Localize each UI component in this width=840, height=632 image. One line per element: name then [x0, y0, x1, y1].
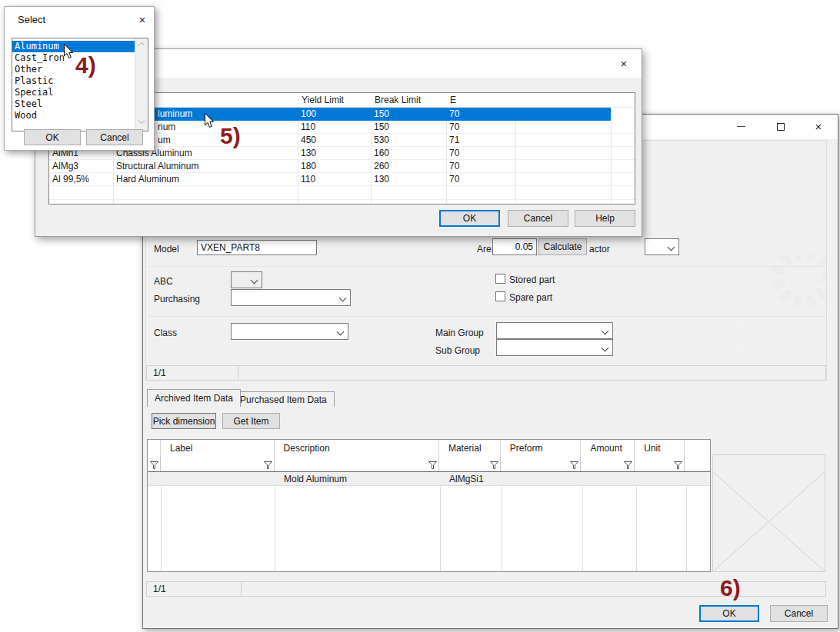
- cell-description: Mold Aluminum: [275, 472, 440, 486]
- cell-e: 70: [446, 173, 515, 186]
- material-row[interactable]: AlMg3 Structural Aluminum 180 260 70: [49, 160, 635, 173]
- minimize-button[interactable]: [728, 115, 754, 138]
- item-table-header: Label Description Material Preform Amoun…: [148, 440, 710, 457]
- filter-cell[interactable]: [161, 457, 275, 471]
- list-item-other[interactable]: Other: [12, 64, 135, 75]
- column-header: [515, 93, 611, 108]
- cell-extra: [515, 147, 611, 160]
- pick-dimension-button[interactable]: Pick dimension: [152, 413, 216, 429]
- close-button[interactable]: ×: [611, 52, 637, 75]
- calculate-button[interactable]: Calculate: [538, 238, 587, 255]
- ok-button[interactable]: OK: [24, 129, 81, 145]
- column-header[interactable]: [148, 440, 161, 457]
- material-row[interactable]: Al 99,5% Hard Aluminum 110 130 70: [49, 173, 635, 186]
- factor-label: actor: [589, 244, 610, 254]
- scroll-up-icon[interactable]: [138, 42, 145, 48]
- maximize-icon: [777, 123, 785, 131]
- cell-amount: [582, 472, 636, 486]
- filter-cell[interactable]: [501, 457, 582, 471]
- cell-yield: 450: [298, 134, 371, 147]
- filter-funnel-icon: [624, 461, 632, 469]
- column-header-material[interactable]: Material: [439, 440, 501, 457]
- chevron-down-icon: [602, 328, 609, 335]
- cell-yield: 180: [298, 160, 371, 173]
- cell-e: 70: [446, 108, 515, 121]
- cell-extra: [515, 108, 611, 121]
- factor-combobox[interactable]: [645, 238, 679, 255]
- cancel-button[interactable]: Cancel: [508, 210, 568, 227]
- filter-funnel-icon: [428, 461, 437, 469]
- stored-part-checkbox[interactable]: [495, 274, 505, 284]
- cancel-button[interactable]: Cancel: [86, 129, 143, 145]
- cancel-button[interactable]: Cancel: [770, 605, 828, 622]
- cell-e: 70: [446, 147, 515, 160]
- column-header-yield-limit[interactable]: Yield Limit: [298, 93, 371, 108]
- cell-extra: [515, 173, 611, 186]
- column-header-break-limit[interactable]: Break Limit: [371, 93, 446, 108]
- list-item-steel[interactable]: Steel: [12, 98, 135, 110]
- purchasing-combobox[interactable]: [231, 289, 351, 306]
- list-item-special[interactable]: Special: [12, 87, 135, 98]
- preview-placeholder: [712, 454, 825, 572]
- get-item-button[interactable]: Get Item: [222, 413, 280, 429]
- filter-cell[interactable]: [635, 457, 685, 471]
- abc-label: ABC: [154, 276, 173, 287]
- cell-description: Structural Aluminum: [113, 160, 298, 173]
- lower-pager: 1/1: [153, 584, 166, 594]
- model-label: Model: [154, 244, 179, 254]
- filter-funnel-icon: [570, 461, 578, 469]
- column-header-preform[interactable]: Preform: [501, 440, 582, 457]
- maximize-button[interactable]: [768, 115, 794, 138]
- filter-cell[interactable]: [148, 457, 161, 471]
- mouse-cursor: [63, 43, 74, 59]
- filter-cell[interactable]: [275, 457, 439, 471]
- no-image-cross-icon: [713, 455, 825, 571]
- cell-e: 71: [446, 134, 515, 147]
- cell-extra: [611, 173, 635, 186]
- class-combobox[interactable]: [231, 323, 348, 340]
- filter-funnel-icon: [150, 461, 158, 469]
- tab-purchased-item-data[interactable]: Purchased Item Data: [232, 391, 335, 407]
- close-button[interactable]: ×: [805, 115, 832, 138]
- column-header-e[interactable]: E: [446, 93, 515, 108]
- spare-part-label: Spare part: [509, 292, 552, 303]
- help-button[interactable]: Help: [575, 210, 635, 227]
- chevron-down-icon: [251, 277, 258, 284]
- spare-part-checkbox[interactable]: [495, 291, 505, 301]
- filter-cell[interactable]: [439, 457, 501, 471]
- minimize-icon: [737, 126, 745, 127]
- scroll-down-icon[interactable]: [138, 118, 145, 125]
- separator: [148, 266, 825, 267]
- annotation-step-6: 6): [720, 575, 741, 601]
- ok-button[interactable]: OK: [439, 210, 500, 227]
- cell-extra: [515, 121, 611, 134]
- strip-divider: [241, 582, 242, 596]
- close-button[interactable]: ×: [129, 8, 155, 30]
- ok-button[interactable]: OK: [699, 605, 759, 622]
- cell-break: 260: [371, 160, 446, 173]
- sub-group-combobox[interactable]: [496, 339, 613, 356]
- cell-break: 530: [371, 134, 446, 147]
- column-header-amount[interactable]: Amount: [581, 440, 635, 457]
- model-input[interactable]: [197, 240, 317, 255]
- tab-archived-item-data[interactable]: Archived Item Data: [147, 389, 241, 407]
- cell-extra: [611, 121, 635, 134]
- list-item-wood[interactable]: Wood: [12, 110, 135, 121]
- filter-cell[interactable]: [581, 457, 635, 471]
- close-icon: ×: [815, 121, 822, 132]
- table-row[interactable]: Mold Aluminum AlMgSi1: [148, 472, 710, 486]
- scrollbar[interactable]: [135, 38, 148, 131]
- cell-e: 70: [446, 160, 515, 173]
- filter-funnel-icon: [490, 461, 498, 469]
- abc-combobox[interactable]: [231, 271, 262, 288]
- cell-name: AlMg3: [49, 160, 113, 173]
- cell-break: 160: [371, 147, 446, 160]
- list-item-plastic[interactable]: Plastic: [12, 75, 135, 87]
- cell-description: Hard Aluminum: [113, 173, 298, 186]
- area-input[interactable]: [492, 238, 537, 255]
- column-header-unit[interactable]: Unit: [635, 440, 685, 457]
- chevron-down-icon: [668, 244, 675, 251]
- column-header-description[interactable]: Description: [275, 440, 439, 457]
- main-group-combobox[interactable]: [496, 322, 613, 339]
- column-header-label[interactable]: Label: [161, 440, 275, 457]
